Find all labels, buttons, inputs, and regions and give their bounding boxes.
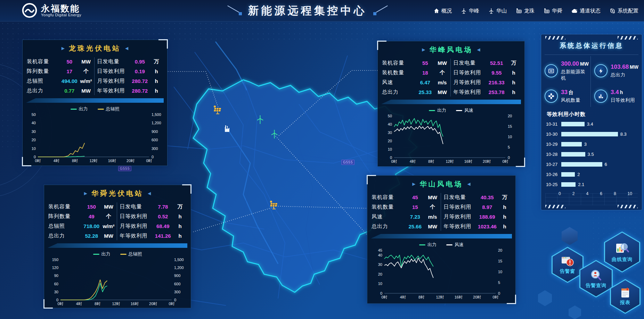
legend-item[interactable]: 风速 xyxy=(446,242,464,248)
nav-item-huashan[interactable]: 华山 xyxy=(488,8,507,14)
legend-label: 出力 xyxy=(101,251,111,257)
nav-item-overview[interactable]: 概况 xyxy=(434,8,452,14)
svg-text:20: 20 xyxy=(508,114,512,118)
stat-value: 150 xyxy=(82,204,101,210)
legend-swatch xyxy=(456,110,462,111)
bar-track xyxy=(561,152,629,157)
brand-logo: 永福数能 Yongfu Digital Energy xyxy=(22,2,81,18)
bar[interactable] xyxy=(561,152,585,157)
title-decoration-right xyxy=(372,6,389,16)
divider-band xyxy=(48,243,187,248)
legend-item[interactable]: 风速 xyxy=(456,107,473,114)
stat-value: 718.00 xyxy=(82,223,101,229)
legend-item[interactable]: 出力 xyxy=(71,106,88,112)
nav-item-channel-status[interactable]: 通道状态 xyxy=(571,8,601,14)
bar[interactable] xyxy=(561,172,575,177)
nav-item-huashun[interactable]: 华舜 xyxy=(544,8,562,14)
system-info-title: 系统总体运行信息 xyxy=(541,41,642,50)
svg-text:1,200: 1,200 xyxy=(174,266,184,270)
stat-unit: h xyxy=(172,223,188,229)
map-marker-wind-turbine[interactable] xyxy=(270,129,279,141)
hatch-decoration xyxy=(618,36,638,40)
stat-unit: h xyxy=(620,90,623,95)
stat-row: 年等效利用280.72h xyxy=(97,86,165,95)
stat-row: 月等效利用68.49h xyxy=(120,222,188,230)
panel-title-text: 华山风电场 xyxy=(420,180,463,188)
svg-text:16时: 16时 xyxy=(455,295,463,299)
hexagon-decoration xyxy=(569,305,581,319)
triangle-right-icon: ▶ xyxy=(62,46,65,51)
stat-value: 494.00 xyxy=(61,78,78,84)
bar-row: 10-293 xyxy=(541,139,642,149)
legend-item[interactable]: 出力 xyxy=(93,251,111,257)
stat-label: 月等效利用 xyxy=(97,78,131,84)
bar[interactable] xyxy=(561,182,576,187)
alarm-query-button[interactable]: 告警查询 xyxy=(579,260,613,297)
svg-text:20: 20 xyxy=(498,248,502,252)
stat-unit: h xyxy=(497,204,513,210)
bar[interactable] xyxy=(561,162,602,167)
stat-unit: 个 xyxy=(425,204,441,210)
svg-text:4时: 4时 xyxy=(54,159,59,163)
svg-text:45: 45 xyxy=(378,248,382,252)
stat-value: 7.23 xyxy=(406,214,425,220)
nav-item-system-config[interactable]: 系统配置 xyxy=(610,8,638,14)
line-chart: 15012090603001,5001,20090060030000时4时8时1… xyxy=(47,257,188,307)
legend-item[interactable]: 总辐照 xyxy=(98,106,120,112)
station-panel-huashan: ▶华山风电场◀ 装机容量45MW 装机数量15个 风速7.23m/s 总出力25… xyxy=(367,175,516,304)
dashboard: G555 G555 永福数能 Yongfu Digital Energy 新能源… xyxy=(0,0,644,319)
legend-item[interactable]: 总辐照 xyxy=(120,251,142,257)
stat-label: 年等效利用 xyxy=(444,223,478,230)
station-stats: 装机容量50MW 阵列数量17个 总辐照494.00w/m² 总出力0.77MW… xyxy=(23,53,167,96)
bar[interactable] xyxy=(561,122,585,126)
stat-label: 年等效利用 xyxy=(454,89,488,95)
legend-label: 出力 xyxy=(427,242,437,248)
stat-value: 7.78 xyxy=(154,204,172,210)
stat-unit: 台 xyxy=(569,90,573,95)
stat-unit: 个 xyxy=(78,68,94,75)
stat-row: 总出力52.28MW xyxy=(48,232,117,240)
panel-title-text: 华峰风电场 xyxy=(430,46,473,53)
stat-unit: MW xyxy=(101,204,117,210)
stat-row: 日等效利用0.19h xyxy=(97,67,165,76)
chart-legend: 出力 总辐照 xyxy=(44,251,191,257)
alarm-window-button[interactable]: 告警窗 xyxy=(552,247,584,283)
station-stats: 装机容量150MW 阵列数量49个 总辐照718.00w/m² 总出力52.28… xyxy=(44,198,191,241)
bar-track xyxy=(561,132,629,136)
svg-text:900: 900 xyxy=(174,274,180,278)
nav-item-huafeng[interactable]: 华峰 xyxy=(461,8,479,14)
stat-unit: 万 xyxy=(497,194,513,201)
hexagon-decoration xyxy=(562,227,578,245)
stat-row: 日发电量0.95万 xyxy=(97,57,165,66)
map-marker-power-plant[interactable] xyxy=(224,124,233,134)
panel-title: ▶龙珠光伏电站◀ xyxy=(23,40,167,53)
hexagon-decoration xyxy=(538,290,552,306)
bar-category: 10-29 xyxy=(546,142,561,147)
svg-text:4时: 4时 xyxy=(410,159,416,163)
stat-row: 月等效利用280.72h xyxy=(97,77,165,85)
legend-label: 出力 xyxy=(437,107,446,114)
triangle-right-icon: ▶ xyxy=(422,47,425,52)
stat-unit: w/m² xyxy=(101,223,117,229)
chart-legend: 出力 总辐照 xyxy=(23,106,167,112)
line-chart: 45403020100201510500时4时8时12时16时20时0时 xyxy=(371,248,512,300)
stat-unit: MW xyxy=(630,64,638,70)
map-marker-solar-station[interactable] xyxy=(213,105,223,116)
report-button[interactable]: 报表 xyxy=(610,279,641,314)
stat-row: 日发电量40.35万 xyxy=(444,193,513,202)
system-config-icon xyxy=(610,8,616,14)
stat-label: 风速 xyxy=(372,213,406,220)
legend-item[interactable]: 出力 xyxy=(429,107,446,114)
panel-title-text: 华舜光伏电站 xyxy=(91,190,144,197)
bar-track xyxy=(561,122,629,126)
stat-label: 年等效利用 xyxy=(97,87,131,94)
nav-item-longzhu[interactable]: 龙珠 xyxy=(516,8,535,14)
map-marker-wind-turbine[interactable] xyxy=(256,115,264,126)
map-marker-solar-station[interactable] xyxy=(269,200,279,211)
legend-item[interactable]: 出力 xyxy=(419,242,437,248)
stat-label: 装机容量 xyxy=(382,60,416,66)
svg-text:1,200: 1,200 xyxy=(152,121,161,125)
bar[interactable] xyxy=(561,142,582,146)
bar[interactable] xyxy=(561,132,618,136)
bar-chart: 10-313.4 10-308.3 10-293 10-283.5 10-276… xyxy=(541,119,642,190)
